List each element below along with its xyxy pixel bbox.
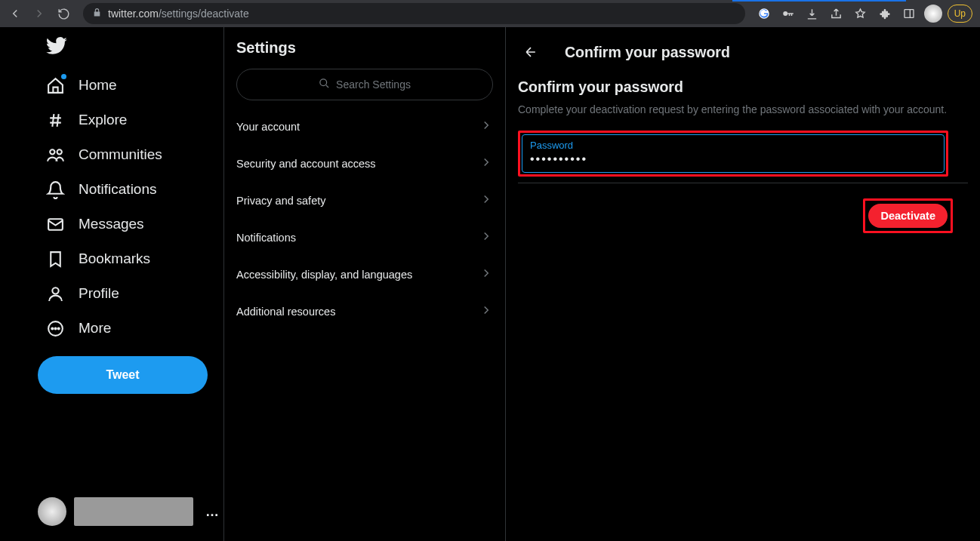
settings-item-label: Your account <box>236 121 300 133</box>
nav-label: Home <box>79 77 117 94</box>
content-header: Confirm your password <box>518 39 968 65</box>
svg-point-4 <box>57 149 61 154</box>
settings-column: Settings Search Settings Your account Se… <box>224 27 506 541</box>
nav-home[interactable]: Home <box>38 68 125 103</box>
settings-item-label: Privacy and safety <box>236 195 325 207</box>
settings-your-account[interactable]: Your account <box>224 108 505 145</box>
share-icon[interactable] <box>827 4 846 23</box>
back-button[interactable] <box>518 39 544 65</box>
tweet-button[interactable]: Tweet <box>38 356 208 394</box>
lock-icon <box>92 8 102 20</box>
bookmark-star-icon[interactable] <box>851 4 871 23</box>
content-column: Confirm your password Confirm your passw… <box>506 27 980 541</box>
settings-security-access[interactable]: Security and account access <box>224 145 505 182</box>
google-account-icon[interactable] <box>754 4 774 23</box>
settings-item-label: Accessibility, display, and languages <box>236 269 412 281</box>
chevron-right-icon <box>479 118 493 134</box>
url-text: twitter.com/settings/deactivate <box>108 8 249 20</box>
svg-rect-2 <box>904 10 914 18</box>
password-field-container[interactable]: Password <box>522 134 945 173</box>
nav-sidebar: Home Explore Communities Notifications M… <box>0 27 224 541</box>
bookmark-icon <box>45 249 65 269</box>
settings-search-input[interactable]: Search Settings <box>236 69 493 100</box>
chevron-right-icon <box>479 266 493 282</box>
browser-toolbar: twitter.com/settings/deactivate Up <box>0 0 980 27</box>
chevron-right-icon <box>479 229 493 245</box>
settings-additional-resources[interactable]: Additional resources <box>224 293 505 330</box>
svg-point-6 <box>52 287 58 294</box>
mail-icon <box>45 214 65 234</box>
nav-notifications[interactable]: Notifications <box>38 172 165 207</box>
search-placeholder: Search Settings <box>336 78 411 91</box>
home-icon <box>45 75 65 95</box>
user-avatar-icon <box>38 497 66 526</box>
browser-update-button[interactable]: Up <box>948 5 972 23</box>
nav-label: Bookmarks <box>79 251 150 267</box>
nav-label: Explore <box>79 112 127 128</box>
browser-back-button[interactable] <box>5 3 26 24</box>
chevron-right-icon <box>479 155 493 171</box>
nav-messages[interactable]: Messages <box>38 207 152 241</box>
nav-label: Messages <box>79 216 144 232</box>
chevron-right-icon <box>479 192 493 208</box>
settings-notifications[interactable]: Notifications <box>224 219 505 256</box>
content-header-title: Confirm your password <box>565 44 730 61</box>
password-label: Password <box>530 140 936 151</box>
account-name-redacted <box>74 497 193 526</box>
browser-url-bar[interactable]: twitter.com/settings/deactivate <box>83 3 745 24</box>
svg-point-8 <box>51 327 53 329</box>
nav-profile[interactable]: Profile <box>38 276 127 311</box>
account-more-button[interactable]: … <box>201 504 223 520</box>
nav-label: Profile <box>79 285 119 302</box>
people-icon <box>45 145 65 164</box>
app-root: Home Explore Communities Notifications M… <box>0 27 980 541</box>
url-path: /settings/deactivate <box>159 8 249 20</box>
svg-point-9 <box>54 327 56 329</box>
settings-item-label: Security and account access <box>236 158 376 170</box>
browser-reload-button[interactable] <box>53 3 74 24</box>
deactivate-button[interactable]: Deactivate <box>868 204 948 228</box>
hash-icon <box>45 110 65 130</box>
nav-bookmarks[interactable]: Bookmarks <box>38 241 158 276</box>
active-tab-highlight <box>732 0 906 2</box>
annotation-password-field: Password <box>518 131 948 177</box>
password-input[interactable] <box>530 151 936 166</box>
nav-explore[interactable]: Explore <box>38 103 134 137</box>
svg-point-3 <box>50 149 54 154</box>
person-icon <box>45 284 65 303</box>
annotation-deactivate-button: Deactivate <box>863 198 953 233</box>
confirm-description: Complete your deactivation request by en… <box>518 103 968 115</box>
nav-more[interactable]: More <box>38 311 119 346</box>
chevron-right-icon <box>479 303 493 319</box>
settings-title: Settings <box>224 39 505 69</box>
svg-point-11 <box>320 79 327 86</box>
bell-icon <box>45 180 65 199</box>
twitter-logo-icon[interactable] <box>45 35 68 57</box>
browser-actions: Up <box>754 4 975 23</box>
sidepanel-icon[interactable] <box>899 4 919 23</box>
profile-avatar-icon[interactable] <box>923 4 943 23</box>
nav-label: More <box>79 320 111 337</box>
more-circle-icon <box>45 318 65 338</box>
nav-label: Communities <box>79 146 162 163</box>
nav-label: Notifications <box>79 181 157 198</box>
extensions-icon[interactable] <box>875 4 895 23</box>
confirm-heading: Confirm your password <box>518 78 968 96</box>
url-host: twitter.com <box>108 8 159 20</box>
divider <box>518 183 968 183</box>
nav-communities[interactable]: Communities <box>38 137 170 172</box>
settings-item-label: Notifications <box>236 232 296 244</box>
svg-point-1 <box>783 11 787 16</box>
settings-accessibility[interactable]: Accessibility, display, and languages <box>224 256 505 293</box>
password-key-icon[interactable] <box>778 4 798 23</box>
browser-forward-button[interactable] <box>29 3 50 24</box>
download-icon[interactable] <box>803 4 822 23</box>
settings-privacy-safety[interactable]: Privacy and safety <box>224 182 505 219</box>
settings-item-label: Additional resources <box>236 306 335 318</box>
svg-point-10 <box>57 327 59 329</box>
search-icon <box>319 78 330 91</box>
account-switcher[interactable]: … <box>38 497 223 526</box>
notification-dot <box>61 74 66 79</box>
